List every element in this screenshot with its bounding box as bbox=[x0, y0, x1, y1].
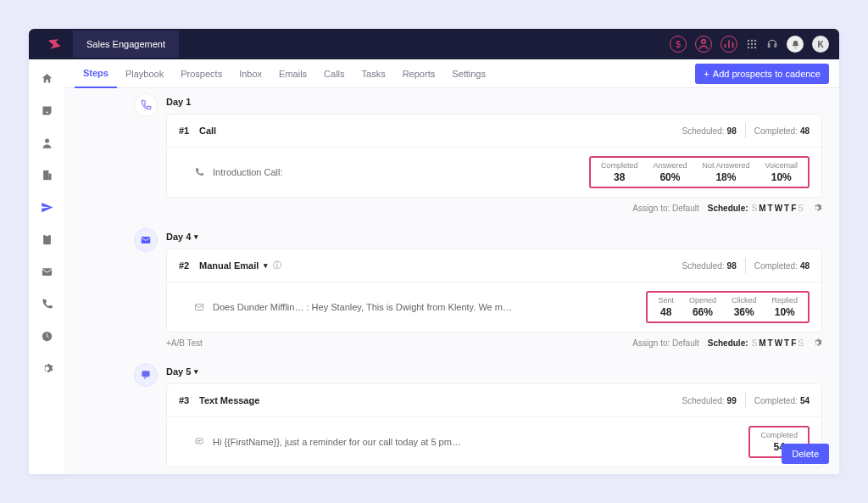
chevron-down-icon: ▾ bbox=[264, 261, 268, 270]
grid-icon[interactable] bbox=[746, 38, 758, 50]
notification-bell[interactable] bbox=[787, 36, 804, 53]
svg-rect-20 bbox=[196, 439, 203, 444]
step-2-header[interactable]: #2 Manual Email ▾ ⓘ Scheduled: 98 Comple… bbox=[167, 249, 821, 282]
svg-rect-12 bbox=[48, 173, 51, 180]
tab-calls[interactable]: Calls bbox=[315, 59, 353, 88]
user-avatar[interactable]: K bbox=[812, 36, 829, 53]
app-logo[interactable] bbox=[39, 36, 70, 52]
tasks-icon[interactable] bbox=[40, 232, 53, 246]
email-step-icon bbox=[134, 228, 158, 252]
svg-rect-13 bbox=[43, 234, 51, 243]
svg-point-4 bbox=[748, 43, 749, 45]
schedule-days-2: SMTWTFS bbox=[752, 338, 804, 348]
topbar: Sales Engagement $ K bbox=[29, 29, 839, 59]
svg-point-7 bbox=[748, 47, 749, 48]
user-circle-icon[interactable] bbox=[695, 36, 712, 53]
step-3: Day 5 ▾ #3 Text Message Scheduled: 99 Co… bbox=[166, 366, 822, 467]
day-label-1: Day 1 bbox=[166, 97, 822, 107]
tab-inbox[interactable]: Inbox bbox=[231, 59, 270, 88]
step-2-body: Does Dunder Mifflin… : Hey Stanley, This… bbox=[213, 302, 512, 312]
building-icon[interactable] bbox=[40, 168, 53, 182]
steps-list: Day 1 #1 Call Scheduled: 98 Completed: 4… bbox=[64, 88, 839, 474]
gear-icon[interactable] bbox=[812, 203, 822, 213]
person-icon[interactable] bbox=[40, 136, 53, 149]
svg-rect-18 bbox=[196, 305, 203, 310]
mail-icon[interactable] bbox=[40, 265, 53, 278]
svg-point-3 bbox=[754, 40, 756, 42]
plus-user-icon: + bbox=[704, 69, 709, 79]
svg-rect-11 bbox=[43, 170, 48, 179]
tab-reports[interactable]: Reports bbox=[394, 59, 444, 88]
add-prospects-label: Add prospects to cadence bbox=[713, 69, 821, 79]
svg-rect-17 bbox=[142, 237, 151, 243]
step-2-num: #2 bbox=[179, 260, 199, 271]
svg-point-1 bbox=[748, 40, 749, 42]
svg-point-0 bbox=[702, 40, 706, 44]
chart-circle-icon[interactable] bbox=[721, 36, 737, 53]
message-icon bbox=[194, 437, 204, 447]
step-1: Day 1 #1 Call Scheduled: 98 Completed: 4… bbox=[166, 97, 822, 213]
gear-icon[interactable] bbox=[812, 338, 822, 348]
step-1-num: #1 bbox=[179, 126, 199, 136]
svg-point-6 bbox=[754, 43, 756, 45]
svg-rect-19 bbox=[142, 371, 149, 377]
chevron-down-icon: ▾ bbox=[194, 367, 198, 376]
tab-steps[interactable]: Steps bbox=[75, 59, 117, 88]
tab-playbook[interactable]: Playbook bbox=[117, 59, 172, 88]
call-step-icon bbox=[134, 93, 158, 117]
inbox-icon[interactable] bbox=[40, 103, 53, 117]
tab-settings[interactable]: Settings bbox=[443, 59, 494, 88]
tab-prospects[interactable]: Prospects bbox=[172, 59, 231, 88]
tab-emails[interactable]: Emails bbox=[270, 59, 315, 88]
headset-icon[interactable] bbox=[766, 38, 778, 50]
phone-sidebar-icon[interactable] bbox=[40, 297, 53, 310]
step-3-num: #3 bbox=[179, 395, 199, 405]
send-icon[interactable] bbox=[40, 200, 53, 214]
step-3-header[interactable]: #3 Text Message Scheduled: 99 Completed:… bbox=[167, 384, 821, 417]
left-sidebar bbox=[29, 29, 64, 474]
svg-point-5 bbox=[751, 43, 753, 45]
dollar-icon[interactable]: $ bbox=[670, 36, 687, 53]
schedule-days-1: SMTWTFS bbox=[752, 204, 804, 213]
step-3-title: Text Message bbox=[199, 395, 259, 405]
tab-bar: Steps Playbook Prospects Inbox Emails Ca… bbox=[64, 59, 839, 88]
ab-test-button[interactable]: +A/B Test bbox=[166, 338, 203, 348]
svg-rect-15 bbox=[42, 268, 51, 276]
svg-point-9 bbox=[754, 47, 756, 48]
svg-point-2 bbox=[751, 40, 753, 42]
step-1-header[interactable]: #1 Call Scheduled: 98 Completed: 48 bbox=[167, 115, 821, 148]
envelope-icon bbox=[194, 302, 204, 312]
step-2-metrics: Sent48 Opened66% Clicked36% Replied10% bbox=[646, 291, 810, 323]
chevron-down-icon: ▾ bbox=[194, 232, 198, 241]
step-2: Day 4 ▾ #2 Manual Email ▾ ⓘ Scheduled: 9… bbox=[166, 232, 822, 348]
svg-rect-14 bbox=[45, 233, 48, 236]
svg-point-8 bbox=[751, 47, 753, 48]
day-label-2[interactable]: Day 4 ▾ bbox=[166, 232, 822, 242]
delete-button[interactable]: Delete bbox=[782, 444, 829, 464]
home-icon[interactable] bbox=[40, 71, 53, 85]
step-1-body: Introduction Call: bbox=[213, 167, 283, 177]
tab-tasks[interactable]: Tasks bbox=[353, 59, 394, 88]
phone-icon bbox=[194, 167, 204, 177]
brand-tab[interactable]: Sales Engagement bbox=[73, 31, 179, 58]
settings-icon[interactable] bbox=[40, 361, 53, 375]
text-step-icon bbox=[134, 363, 158, 387]
step-3-body: Hi {{FirstName}}, just a reminder for ou… bbox=[213, 437, 461, 447]
clock-icon[interactable] bbox=[40, 329, 53, 343]
step-1-title: Call bbox=[199, 126, 216, 136]
step-1-metrics: Completed38 Answered60% Not Answered18% … bbox=[589, 156, 810, 188]
step-2-title: Manual Email ▾ ⓘ bbox=[199, 260, 281, 271]
add-prospects-button[interactable]: + Add prospects to cadence bbox=[695, 64, 829, 84]
svg-point-10 bbox=[45, 138, 49, 143]
day-label-3[interactable]: Day 5 ▾ bbox=[166, 366, 822, 377]
info-icon[interactable]: ⓘ bbox=[273, 260, 281, 271]
